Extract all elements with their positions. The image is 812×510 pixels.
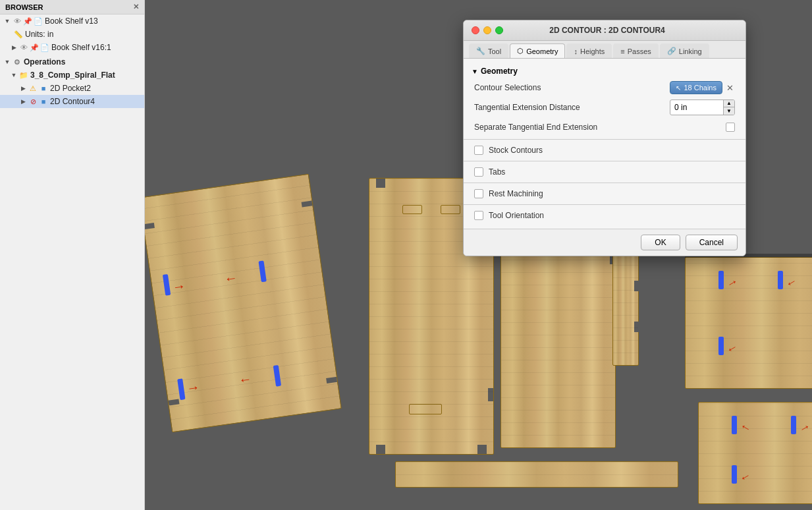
tree-item-bookshelf-v16[interactable]: ▶ 👁 📌 📄 Book Shelf v16:1 — [0, 41, 144, 54]
visibility-icon[interactable]: 👁 — [12, 16, 22, 26]
stock-contours-row[interactable]: Stock Contours — [464, 142, 745, 158]
divider-1 — [464, 139, 745, 140]
doc-icon: 📄 — [40, 42, 50, 53]
tool-orientation-checkbox[interactable] — [474, 211, 483, 220]
expand-arrow: ▶ — [9, 43, 18, 52]
expand-arrow: ▼ — [9, 71, 18, 80]
tree-item-pocket2[interactable]: ▶ ⚠ ■ 2D Pocket2 — [0, 82, 144, 95]
tangential-distance-row: Tangential Extension Distance ▲ ▼ — [464, 97, 745, 118]
expand-arrow: ▶ — [18, 84, 28, 93]
tangential-distance-input-wrap: ▲ ▼ — [670, 99, 735, 115]
expand-arrow: ▶ — [18, 97, 28, 106]
tree-item-bookshelf-v13[interactable]: ▼ 👁 📌 📄 Book Shelf v13 — [0, 14, 144, 28]
separate-tangential-control — [726, 123, 735, 132]
close-button[interactable] — [472, 26, 479, 34]
pin-icon: 📌 — [29, 42, 40, 53]
stock-contours-label: Stock Contours — [489, 146, 543, 155]
cursor-icon: ↖ — [676, 84, 681, 92]
tab-geometry[interactable]: ⬡ Geometry — [510, 43, 565, 58]
tab-linking[interactable]: 🔗 Linking — [660, 43, 709, 58]
dialog-titlebar: 2D CONTOUR : 2D CONTOUR4 — [464, 20, 745, 41]
chains-button[interactable]: ↖ 18 Chains — [670, 81, 722, 94]
tree-item-comp-spiral[interactable]: ▼ 📁 3_8_Comp_Spiral_Flat — [0, 69, 144, 82]
sidebar: BROWSER ✕ ▼ 👁 📌 📄 Book Shelf v13 📏 Units… — [0, 0, 145, 510]
board-5: → → → → → — [698, 402, 812, 504]
tree-item-label: 3_8_Comp_Spiral_Flat — [30, 71, 115, 80]
tool-icon: 🔧 — [476, 47, 485, 55]
pin-icon: 📌 — [22, 16, 33, 26]
chains-button-label: 18 Chains — [684, 84, 717, 92]
separate-tangential-checkbox[interactable] — [726, 123, 735, 132]
warning-icon: ⚠ — [28, 83, 38, 94]
rest-machining-checkbox[interactable] — [474, 189, 483, 198]
dialog-body: ▼ Geometry Contour Selections ↖ 18 Chain… — [464, 59, 745, 229]
geometry-section-label: Geometry — [481, 67, 518, 76]
tabs-label: Tabs — [489, 167, 505, 177]
tab-tool[interactable]: 🔧 Tool — [469, 43, 508, 58]
tab-geometry-label: Geometry — [526, 47, 558, 55]
tool-orientation-row[interactable]: Tool Orientation — [464, 208, 745, 223]
contour-selections-row: Contour Selections ↖ 18 Chains ✕ — [464, 78, 745, 97]
error-icon: ⊘ — [28, 96, 38, 107]
visibility-icon[interactable]: 👁 — [18, 42, 29, 53]
stepper-down[interactable]: ▼ — [724, 107, 734, 115]
cancel-button[interactable]: Cancel — [686, 235, 738, 250]
rest-machining-label: Rest Machining — [489, 189, 543, 198]
window-controls — [472, 26, 503, 34]
dialog-2d-contour: 2D CONTOUR : 2D CONTOUR4 🔧 Tool ⬡ Geomet… — [463, 20, 746, 256]
divider-3 — [464, 183, 745, 183]
tab-passes-label: Passes — [628, 47, 651, 55]
sidebar-close-icon[interactable]: ✕ — [133, 3, 139, 11]
dialog-title: 2D CONTOUR : 2D CONTOUR4 — [503, 26, 711, 35]
tree-item-operations[interactable]: ▼ ⚙ Operations — [0, 55, 144, 69]
geometry-tab-icon: ⬡ — [517, 47, 524, 55]
tab-linking-label: Linking — [679, 47, 702, 55]
tree-item-label: 2D Pocket2 — [50, 84, 91, 93]
ok-button[interactable]: OK — [641, 235, 680, 250]
units-label: Units: in — [25, 30, 53, 39]
contour-selections-control: ↖ 18 Chains ✕ — [670, 81, 735, 94]
contour-selections-label: Contour Selections — [474, 83, 670, 92]
tabs-row[interactable]: Tabs — [464, 164, 745, 180]
operations-label: Operations — [24, 57, 65, 67]
tree-item-contour4[interactable]: ▶ ⊘ ■ 2D Contour4 — [0, 95, 144, 108]
op-icon: ■ — [38, 83, 49, 94]
tree-item-label: Book Shelf v13 — [45, 16, 98, 26]
chains-clear-button[interactable]: ✕ — [725, 83, 735, 93]
expand-arrow: ▼ — [3, 57, 12, 67]
rest-machining-row[interactable]: Rest Machining — [464, 186, 745, 202]
maximize-button[interactable] — [495, 26, 503, 34]
collapse-arrow: ▼ — [472, 68, 478, 75]
divider-4 — [464, 204, 745, 205]
heights-icon: ↕ — [574, 47, 578, 55]
geometry-section-header[interactable]: ▼ Geometry — [464, 64, 745, 78]
op-icon: ■ — [38, 96, 49, 107]
stepper-up[interactable]: ▲ — [724, 100, 734, 107]
linking-icon: 🔗 — [667, 47, 676, 55]
passes-icon: ≡ — [620, 47, 624, 55]
divider-2 — [464, 161, 745, 161]
expand-arrow: ▼ — [3, 16, 12, 26]
tab-heights[interactable]: ↕ Heights — [566, 43, 612, 58]
sidebar-title: BROWSER — [5, 3, 43, 11]
tangential-distance-control: ▲ ▼ — [670, 99, 735, 115]
tool-orientation-label: Tool Orientation — [489, 211, 544, 220]
separate-tangential-row: Separate Tangential End Extension — [464, 118, 745, 136]
minimize-button[interactable] — [483, 26, 491, 34]
tangential-distance-label: Tangential Extension Distance — [474, 103, 670, 112]
folder-icon: 📁 — [18, 70, 29, 80]
tangential-distance-stepper: ▲ ▼ — [723, 100, 734, 115]
separate-tangential-label: Separate Tangential End Extension — [474, 123, 726, 132]
board-4: → → → → → — [685, 257, 812, 389]
tree-item-label: 2D Contour4 — [50, 97, 95, 106]
board-small — [612, 247, 639, 366]
doc-icon: 📄 — [33, 16, 43, 26]
tangential-distance-input[interactable] — [670, 101, 723, 113]
stock-contours-checkbox[interactable] — [474, 146, 483, 155]
tabs-checkbox[interactable] — [474, 167, 483, 177]
tree-item-units: 📏 Units: in — [0, 28, 144, 41]
dialog-footer: OK Cancel — [464, 229, 745, 256]
tab-passes[interactable]: ≡ Passes — [613, 43, 659, 58]
tab-tool-label: Tool — [488, 47, 501, 55]
board-strip — [395, 461, 678, 488]
